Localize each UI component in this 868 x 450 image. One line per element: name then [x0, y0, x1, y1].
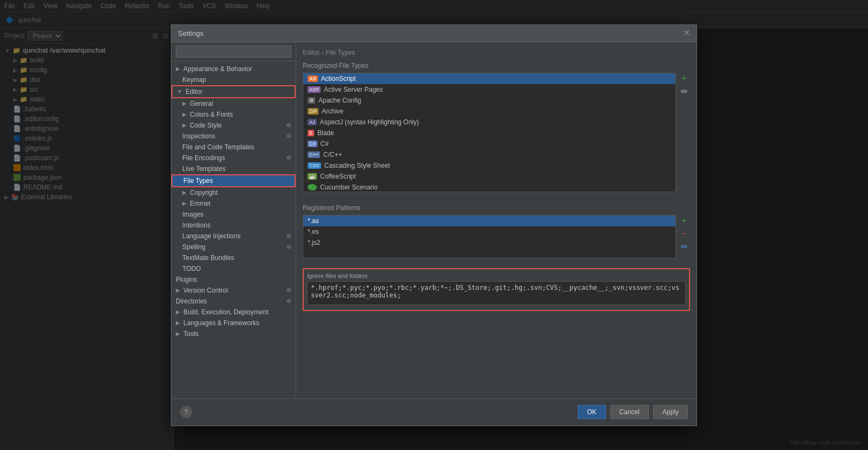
pattern-item-js2[interactable]: *.js2	[303, 237, 675, 248]
st-label: Keymap	[182, 76, 206, 84]
ft-label: ActionScript	[321, 75, 356, 83]
settings-tree-panel: ▶ Appearance & Behavior Keymap ▼ Editor	[171, 42, 296, 398]
dialog-title: Settings	[178, 29, 203, 37]
st-textmate[interactable]: TextMate Bundles	[171, 252, 296, 263]
arrow-icon: ▶	[182, 189, 187, 195]
breadcrumb: Editor › File Types	[303, 49, 690, 56]
st-build[interactable]: ▶ Build, Execution, Deployment	[171, 307, 296, 318]
st-file-code-templates[interactable]: File and Code Templates	[171, 142, 296, 153]
edit-file-type-button[interactable]: ✏	[678, 86, 690, 98]
ft-item-csharp[interactable]: C# C#	[303, 138, 675, 149]
st-label: TODO	[182, 265, 201, 272]
st-label: Intentions	[182, 221, 210, 229]
st-languages[interactable]: ▶ Languages & Frameworks	[171, 318, 296, 328]
settings-tree: ▶ Appearance & Behavior Keymap ▼ Editor	[171, 61, 296, 398]
st-label: Plugins	[176, 276, 197, 283]
ft-label: Archive	[322, 107, 343, 115]
patterns-section: *.as *.es *.js2 ＋ － ✏	[303, 215, 690, 258]
footer-right: OK Cancel Apply	[578, 405, 688, 419]
ft-item-cucumber[interactable]: 🥒 Cucumber Scenario	[303, 182, 675, 192]
st-intentions[interactable]: Intentions	[171, 220, 296, 231]
ft-item-css[interactable]: CSS Cascading Style Sheet	[303, 160, 675, 171]
ft-item-asp[interactable]: ASP Active Server Pages	[303, 84, 675, 95]
st-label: Inspections	[182, 132, 215, 140]
ignore-section: Ignore files and folders *.hprof;*.pyc;*…	[303, 268, 690, 311]
ft-item-blade[interactable]: B Blade	[303, 128, 675, 138]
st-colors-fonts[interactable]: ▶ Colors & Fonts	[171, 109, 296, 120]
settings-search-input[interactable]	[176, 46, 291, 58]
st-tools[interactable]: ▶ Tools	[171, 328, 296, 339]
st-label: Editor	[186, 88, 202, 96]
arrow-icon: ▶	[176, 287, 180, 293]
st-version-control[interactable]: ▶ Version Control ⚙	[171, 285, 296, 296]
st-inspections[interactable]: Inspections ⚙	[171, 131, 296, 142]
st-emmet[interactable]: ▶ Emmet	[171, 198, 296, 209]
st-language-injections[interactable]: Language Injections ⚙	[171, 231, 296, 242]
ft-label: C/C++	[323, 151, 342, 159]
dialog-close-button[interactable]: ✕	[683, 29, 690, 37]
ft-item-cpp[interactable]: C++ C/C++	[303, 149, 675, 160]
settings-dialog: Settings ✕ ▶ Appearance & Behavior	[171, 24, 697, 426]
gear-icon: ⚙	[286, 298, 291, 304]
dialog-footer: ? OK Cancel Apply	[171, 398, 697, 426]
st-directories[interactable]: Directories ⚙	[171, 296, 296, 307]
help-button[interactable]: ?	[180, 406, 192, 418]
st-file-types[interactable]: File Types	[171, 174, 296, 187]
st-plugins[interactable]: Plugins	[171, 274, 296, 285]
st-keymap[interactable]: Keymap	[171, 74, 296, 85]
st-label: Spelling	[182, 243, 206, 251]
arrow-icon: ▶	[176, 331, 180, 337]
ft-icon: B	[308, 130, 314, 136]
file-types-buttons: ＋ ✏	[678, 73, 690, 199]
st-appearance[interactable]: ▶ Appearance & Behavior	[171, 64, 296, 74]
ft-label: Cucumber Scenario	[320, 183, 378, 191]
st-code-style[interactable]: ▶ Code Style ⚙	[171, 120, 296, 131]
st-label: Language Injections	[182, 232, 240, 240]
arrow-icon: ▶	[176, 320, 180, 326]
st-label: Appearance & Behavior	[183, 65, 252, 73]
dialog-titlebar: Settings ✕	[171, 25, 697, 42]
st-label: Languages & Frameworks	[183, 319, 259, 327]
cancel-button[interactable]: Cancel	[610, 405, 649, 419]
remove-pattern-button[interactable]: －	[678, 228, 690, 240]
add-file-type-button[interactable]: ＋	[678, 73, 690, 85]
arrow-icon: ▶	[182, 111, 187, 117]
ide-background: File Edit View Navigate Code Refactor Ru…	[0, 0, 868, 450]
edit-pattern-button[interactable]: ✏	[678, 241, 690, 253]
st-spelling[interactable]: Spelling ⚙	[171, 242, 296, 252]
ft-item-apache[interactable]: ⚙ Apache Config	[303, 95, 675, 106]
ft-label: Cascading Style Sheet	[324, 162, 390, 169]
arrow-icon: ▼	[177, 88, 182, 94]
st-copyright[interactable]: ▶ Copyright	[171, 187, 296, 198]
st-label: General	[190, 100, 213, 107]
pattern-item-es[interactable]: *.es	[303, 226, 675, 237]
st-editor[interactable]: ▼ Editor	[171, 85, 296, 98]
ft-item-coffee[interactable]: ☕ CoffeeScript	[303, 171, 675, 182]
pattern-item-as[interactable]: *.as	[303, 216, 675, 226]
file-types-list: AS ActionScript ASP Active Server Pages …	[303, 73, 676, 192]
ft-icon: ASP	[308, 86, 321, 93]
gear-icon: ⚙	[286, 133, 291, 139]
st-todo[interactable]: TODO	[171, 263, 296, 274]
st-file-encodings[interactable]: File Encodings ⚙	[171, 153, 296, 163]
st-label: Build, Execution, Deployment	[183, 308, 269, 316]
ft-item-archive[interactable]: ZIP Archive	[303, 106, 675, 117]
ft-item-actionscript[interactable]: AS ActionScript	[303, 73, 675, 84]
st-images[interactable]: Images	[171, 209, 296, 220]
add-pattern-button[interactable]: ＋	[678, 215, 690, 227]
ignore-input[interactable]: *.hprof;*.pyc;*.pyo;*.rbc;*.yarb;*~;.DS_…	[307, 281, 686, 305]
gear-icon: ⚙	[286, 155, 291, 161]
st-label: File Types	[183, 177, 213, 185]
st-live-templates[interactable]: Live Templates	[171, 163, 296, 174]
ft-label: C#	[321, 140, 329, 148]
ft-icon: ⚙	[308, 97, 315, 104]
ft-icon: C++	[308, 151, 320, 158]
apply-button[interactable]: Apply	[653, 405, 688, 419]
st-label: Code Style	[190, 122, 222, 129]
arrow-icon: ▶	[182, 122, 187, 128]
gear-icon: ⚙	[286, 233, 291, 239]
ft-item-aspectj[interactable]: AJ AspectJ (syntax Highlighting Only)	[303, 117, 675, 128]
recognized-types-label: Recognized File Types	[303, 62, 690, 69]
ok-button[interactable]: OK	[578, 405, 605, 419]
st-general[interactable]: ▶ General	[171, 98, 296, 109]
